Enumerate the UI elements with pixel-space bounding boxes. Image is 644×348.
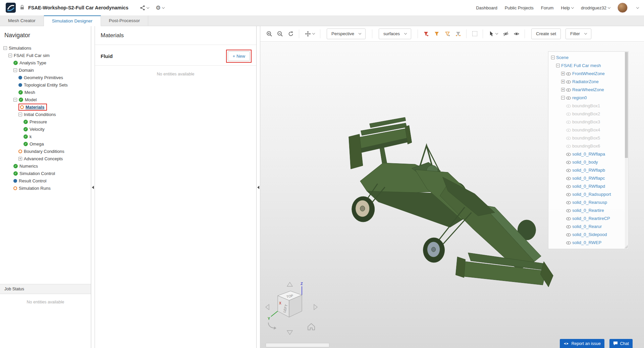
nav-username[interactable]: drodriguez32 [581, 5, 610, 10]
nav-item-advanced-concepts[interactable]: +Advanced Concepts [0, 155, 91, 162]
expander-plus-icon[interactable]: + [561, 88, 565, 92]
zoom-out-icon[interactable] [276, 29, 284, 39]
nav-forum[interactable]: Forum [541, 5, 554, 10]
expander-minus-icon[interactable]: − [13, 98, 17, 102]
avatar-chevron-icon[interactable] [636, 6, 639, 8]
scene-item-solid-0-sidepood[interactable]: solid_0_Sidepood [550, 230, 624, 238]
pan-tool-button[interactable] [303, 29, 316, 39]
visibility-eye-icon[interactable] [566, 232, 571, 237]
scene-item-solid-0-rwflapc[interactable]: solid_0_RWflapc [550, 174, 624, 182]
refresh-view-icon[interactable] [286, 29, 295, 39]
scene-item-solid-0-rwep[interactable]: solid_0_RWEP [550, 238, 624, 246]
nav-item-model[interactable]: −✓Model [0, 96, 91, 103]
scene-item-fsae-full-car-mesh[interactable]: −FSAE Full Car mesh [550, 61, 624, 69]
tab-simulation-designer[interactable]: Simulation Designer [44, 15, 101, 26]
visibility-eye-icon[interactable] [566, 128, 571, 132]
scene-item-solid-0-rwflapa[interactable]: solid_0_RWflapa [550, 150, 624, 158]
create-set-button[interactable]: Create set [531, 28, 561, 39]
nav-item-analysis-type[interactable]: ✓Analysis Type [0, 59, 91, 66]
scene-item-region0[interactable]: −region0 [550, 94, 624, 102]
scene-item-boundingbox1[interactable]: boundingBox1 [550, 102, 624, 110]
visibility-eye-icon[interactable] [566, 192, 571, 196]
visibility-eye-icon[interactable] [566, 112, 571, 116]
visibility-eye-icon[interactable] [566, 144, 571, 148]
scene-item-solid-0-reartirecp[interactable]: solid_0_ReartireCP [550, 214, 624, 222]
scene-item-boundingbox5[interactable]: boundingBox5 [550, 134, 624, 142]
settings-gear-icon[interactable]: ⚙ [156, 4, 164, 11]
navigator-resize-handle[interactable] [91, 26, 95, 348]
share-icon[interactable] [140, 5, 149, 11]
perspective-dropdown[interactable]: Perspective [327, 28, 366, 39]
visibility-eye-icon[interactable] [566, 176, 571, 180]
scene-item-radiatorzone[interactable]: +RadiatorZone [550, 77, 624, 85]
scene-item-solid-0-rearsusp[interactable]: solid_0_Rearsusp [550, 198, 624, 206]
nav-dashboard[interactable]: Dashboard [476, 5, 497, 10]
new-material-button[interactable]: +New [228, 51, 250, 61]
nav-item-k[interactable]: ✓k [0, 133, 91, 140]
scene-item-solid-0-rwflapd[interactable]: solid_0_RWflapd [550, 182, 624, 190]
scene-tree-scrollbar[interactable] [625, 52, 628, 248]
orientation-cube-widget[interactable]: Z Y TOP LEFT X [264, 282, 326, 343]
scene-tree-resize-grip[interactable] [624, 244, 628, 248]
avatar[interactable] [618, 3, 628, 13]
app-logo-icon[interactable] [5, 2, 16, 13]
visibility-eye-icon[interactable] [566, 120, 571, 124]
nav-item-numerics[interactable]: ✓Numerics [0, 162, 91, 170]
expander-minus-icon[interactable]: − [556, 64, 560, 67]
selection-filter-orange-icon[interactable] [432, 29, 441, 39]
visibility-eye-icon[interactable] [566, 152, 571, 156]
scene-item-solid-0-radsupport[interactable]: solid_0_Radsupport [550, 190, 624, 198]
scene-item-boundingbox6[interactable]: boundingBox6 [550, 142, 624, 150]
expander-minus-icon[interactable]: − [18, 113, 22, 116]
nav-item-materials[interactable]: Materials [0, 103, 91, 111]
nav-item-domain[interactable]: −Domain [0, 66, 91, 74]
pointer-select-dropdown[interactable] [487, 29, 499, 39]
visibility-eye-icon[interactable] [566, 104, 571, 108]
expander-plus-icon[interactable]: + [561, 72, 565, 75]
nav-item-result-control[interactable]: Result Control [0, 177, 91, 184]
visibility-eye-icon[interactable] [566, 168, 571, 172]
chat-button[interactable]: Chat [609, 339, 633, 348]
scene-item-solid-0-rwflapb[interactable]: solid_0_RWflapb [550, 166, 624, 174]
visibility-eye-icon[interactable] [566, 79, 571, 84]
expander-plus-icon[interactable]: + [561, 80, 565, 83]
visibility-eye-icon[interactable] [566, 88, 571, 92]
scene-item-frontwheelzone[interactable]: +FrontWheelZone [550, 69, 624, 77]
scene-item-rearwheelzone[interactable]: +RearWheelZone [550, 85, 624, 94]
visibility-eye-icon[interactable] [566, 216, 571, 221]
visibility-eye-icon[interactable] [566, 136, 571, 140]
nav-help[interactable]: Help [561, 5, 574, 10]
nav-item-fsae-full-car-sim[interactable]: −FSAE Full Car sim [0, 52, 91, 59]
scene-item-boundingbox4[interactable]: boundingBox4 [550, 126, 624, 134]
filter-dropdown[interactable]: Filter [566, 28, 591, 39]
visibility-eye-icon[interactable] [566, 96, 571, 100]
scrollbar-thumb[interactable] [625, 52, 628, 158]
nav-item-initial-conditions[interactable]: −Initial Conditions [0, 111, 91, 118]
materials-resize-handle[interactable] [257, 26, 260, 348]
share-chevron-icon[interactable] [147, 6, 149, 8]
expander-minus-icon[interactable]: − [561, 96, 565, 100]
visibility-eye-icon[interactable] [566, 224, 571, 229]
tab-mesh-creator[interactable]: Mesh Creator [0, 15, 44, 26]
scene-item-scene[interactable]: −Scene [550, 53, 624, 61]
selection-filter-outline-icon[interactable] [443, 29, 452, 39]
box-select-icon[interactable] [470, 29, 479, 39]
expander-minus-icon[interactable]: − [3, 46, 7, 50]
scene-item-solid-0-rearur[interactable]: solid_0_Rearur [550, 222, 624, 230]
visibility-eye-icon[interactable] [566, 208, 571, 213]
scene-item-solid-0-reartire[interactable]: solid_0_Reartire [550, 206, 624, 214]
nav-item-topological-entity-sets[interactable]: Topological Entity Sets [0, 81, 91, 89]
visibility-eye-icon[interactable] [566, 160, 571, 164]
expander-minus-icon[interactable]: − [13, 68, 17, 72]
expander-minus-icon[interactable]: − [8, 54, 12, 57]
hide-selection-eye-slash-icon[interactable] [501, 29, 510, 39]
report-issue-button[interactable]: Report an issue [560, 339, 604, 348]
nav-item-boundary-conditions[interactable]: Boundary Conditions [0, 148, 91, 155]
expander-minus-icon[interactable]: − [551, 56, 555, 59]
nav-item-velocity[interactable]: ✓Velocity [0, 125, 91, 133]
nav-public-projects[interactable]: Public Projects [505, 5, 534, 10]
settings-chevron-icon[interactable] [162, 6, 165, 8]
surfaces-dropdown[interactable]: surfaces [379, 28, 411, 39]
zoom-in-icon[interactable] [265, 29, 274, 39]
visibility-eye-icon[interactable] [566, 184, 571, 188]
